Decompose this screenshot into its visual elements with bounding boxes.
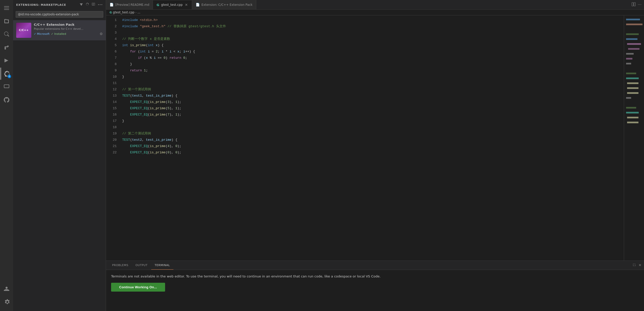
panel-tab-problems[interactable]: PROBLEMS <box>109 261 132 270</box>
minimap-svg <box>624 15 644 261</box>
svg-rect-14 <box>626 63 631 64</box>
split-editor-icon[interactable] <box>632 2 636 7</box>
svg-rect-20 <box>626 97 631 99</box>
code-line-7: if (x % i == 0) return 0; <box>122 55 624 61</box>
activity-bar-extensions[interactable]: 6 <box>1 68 13 80</box>
code-line-13: TEST(test1, test_is_prime) { <box>122 93 624 99</box>
tab-actions: ··· <box>629 0 644 9</box>
svg-rect-16 <box>626 77 639 79</box>
activity-bar: 6 <box>0 0 13 311</box>
svg-rect-21 <box>626 107 636 108</box>
refresh-icon[interactable] <box>86 3 89 7</box>
more-actions-icon[interactable]: ··· <box>98 3 103 7</box>
extension-card[interactable]: C/C++ C/C++ Extension Pack Popular exten… <box>13 20 106 40</box>
code-line-15: EXPECT_EQ(is_prime(5), 1); <box>122 105 624 111</box>
code-content[interactable]: #include <stdio.h> #include "geek_test.h… <box>119 15 624 261</box>
svg-rect-19 <box>627 92 638 94</box>
code-line-1: #include <stdio.h> <box>122 17 624 23</box>
search-bar <box>16 11 103 18</box>
main-container: Extensions: Marketplace ··· C/C++ <box>13 0 644 311</box>
activity-bar-github[interactable] <box>1 94 13 106</box>
terminal-message: Terminals are not available in the web e… <box>111 274 381 278</box>
breadcrumb: G gtest_test.cpp › ... <box>106 10 644 15</box>
svg-rect-6 <box>626 19 640 20</box>
tab-extension-label: Extension: C/C++ Extension Pack <box>201 3 252 7</box>
code-line-17: } <box>122 118 624 124</box>
svg-rect-12 <box>626 53 634 54</box>
svg-rect-24 <box>627 122 638 123</box>
tab-gtest-close[interactable]: ✕ <box>184 3 188 7</box>
code-line-19: // 第二个测试用例 <box>122 130 624 137</box>
filter-icon[interactable] <box>80 3 83 7</box>
verified-icon: ✓ <box>34 32 36 36</box>
activity-bar-run[interactable] <box>1 54 13 67</box>
activity-bar-explorer[interactable] <box>1 15 13 27</box>
panel-tab-terminal[interactable]: TERMINAL <box>151 261 173 270</box>
extension-icon: C/C++ <box>16 23 31 38</box>
breadcrumb-separator: › <box>135 11 136 14</box>
svg-rect-18 <box>627 87 638 89</box>
activity-bar-remote[interactable] <box>1 81 13 93</box>
code-line-18 <box>122 124 624 130</box>
activity-bar-account[interactable] <box>1 283 13 295</box>
activity-bar-settings[interactable] <box>1 296 13 308</box>
svg-rect-22 <box>626 112 639 113</box>
breadcrumb-file[interactable]: gtest_test.cpp <box>113 11 134 14</box>
panel-maximize-icon[interactable] <box>632 263 636 267</box>
code-line-14: EXPECT_EQ(is_prime(3), 1); <box>122 99 624 105</box>
tab-bar: 📄 [Preview] README.md G gtest_test.cpp ✕… <box>106 0 644 10</box>
svg-rect-0 <box>4 6 9 7</box>
svg-rect-15 <box>626 73 636 74</box>
activity-bar-menu[interactable] <box>1 2 13 14</box>
tab-gtest-icon: G <box>157 3 159 7</box>
tab-extension[interactable]: 📄 Extension: C/C++ Extension Pack <box>192 0 256 9</box>
svg-rect-23 <box>627 117 638 118</box>
bottom-panel: PROBLEMS OUTPUT TERMINAL ✕ Terminals are… <box>106 261 644 311</box>
sidebar-title: Extensions: Marketplace <box>16 3 66 7</box>
code-line-20: TEST(test2, test_is_prime) { <box>122 137 624 143</box>
installed-label: ✓ Installed <box>51 32 66 36</box>
panel-tabs: PROBLEMS OUTPUT TERMINAL ✕ <box>106 261 644 270</box>
panel-tab-output[interactable]: OUTPUT <box>132 261 151 270</box>
panel-actions: ✕ <box>632 263 641 267</box>
line-numbers: 12345 678910 1112131415 1617181920 2122 <box>106 15 119 261</box>
minimap <box>624 15 644 261</box>
tab-readme[interactable]: 📄 [Preview] README.md <box>106 0 153 9</box>
extension-gear-button[interactable]: ⚙ <box>99 32 103 36</box>
code-line-10: } <box>122 74 624 80</box>
code-line-9: return 1; <box>122 67 624 74</box>
svg-rect-13 <box>626 58 632 59</box>
clear-icon[interactable] <box>92 3 95 7</box>
tab-gtest[interactable]: G gtest_test.cpp ✕ <box>153 0 192 9</box>
svg-rect-1 <box>4 8 9 8</box>
breadcrumb-icon: G <box>110 11 112 14</box>
extension-icon-text: C/C++ <box>19 29 29 32</box>
breadcrumb-more[interactable]: ... <box>137 11 140 14</box>
svg-rect-11 <box>628 48 639 50</box>
code-line-12: // 第一个测试用例 <box>122 86 624 93</box>
tab-spacer <box>256 0 629 9</box>
extension-name: C/C++ Extension Pack <box>34 23 103 26</box>
extension-description: Popular extensions for C++ devel... <box>34 27 103 31</box>
code-line-8: } <box>122 61 624 67</box>
code-line-21: EXPECT_EQ(is_prime(4), 0); <box>122 143 624 149</box>
svg-rect-7 <box>626 23 642 25</box>
panel-close-icon[interactable]: ✕ <box>638 263 641 267</box>
sidebar-header-icons: ··· <box>80 3 103 7</box>
continue-working-button[interactable]: Continue Working On... <box>111 283 165 292</box>
tab-readme-label: [Preview] README.md <box>115 3 149 7</box>
svg-rect-10 <box>627 43 641 45</box>
editor-area: 📄 [Preview] README.md G gtest_test.cpp ✕… <box>106 0 644 311</box>
search-input[interactable] <box>16 11 103 18</box>
code-line-5: int is_prime(int x) { <box>122 42 624 48</box>
activity-bar-search[interactable] <box>1 28 13 40</box>
activity-bar-bottom <box>1 283 13 309</box>
code-line-4: // 判断一个数字 x 是否是素数 <box>122 36 624 42</box>
activity-bar-source-control[interactable] <box>1 41 13 53</box>
more-tab-actions-icon[interactable]: ··· <box>638 2 641 7</box>
sidebar: Extensions: Marketplace ··· C/C++ <box>13 0 106 311</box>
extension-publisher: ✓ Microsoft <box>34 32 49 36</box>
svg-rect-5 <box>634 3 635 6</box>
code-line-3 <box>122 30 624 36</box>
extension-info: C/C++ Extension Pack Popular extensions … <box>34 23 103 38</box>
